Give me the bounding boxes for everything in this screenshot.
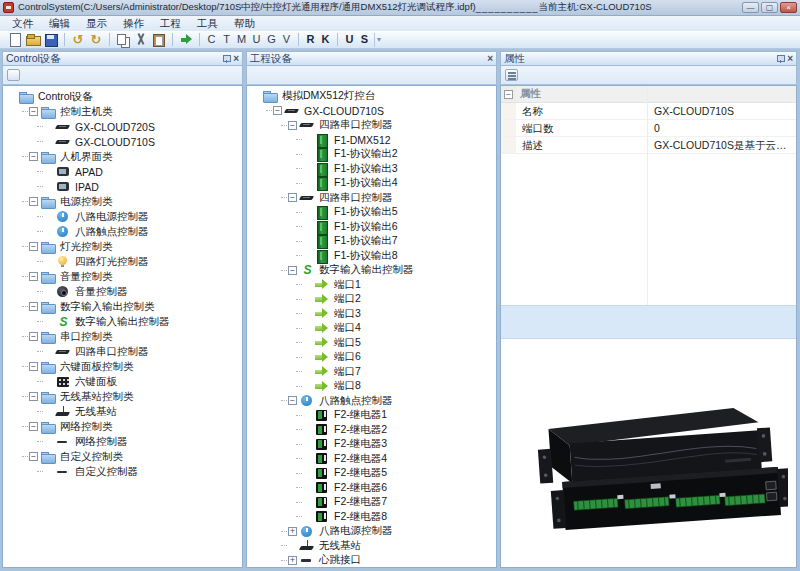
new-document-button[interactable] — [6, 32, 24, 48]
tree-item[interactable]: F2-继电器3 — [247, 437, 496, 452]
tree-item[interactable]: −四路串口控制器 — [247, 191, 496, 206]
menu-item-3[interactable]: 操作 — [115, 16, 152, 32]
toolbar-letter-v-0[interactable]: V — [279, 32, 294, 47]
tree-item[interactable]: −GX-CLOUD710S — [247, 104, 496, 119]
collapse-icon[interactable]: − — [273, 106, 282, 115]
collapse-icon[interactable]: − — [29, 452, 38, 461]
close-icon[interactable]: × — [787, 54, 793, 64]
tree-item[interactable]: 八路电源控制器 — [3, 209, 242, 224]
menu-item-4[interactable]: 工程 — [152, 16, 189, 32]
tree-item[interactable]: 端口1 — [247, 278, 496, 293]
property-value[interactable]: 0 — [647, 120, 796, 136]
tree-item[interactable]: −音量控制类 — [3, 269, 242, 284]
tree-item[interactable]: −八路触点控制器 — [247, 394, 496, 409]
menu-item-5[interactable]: 工具 — [189, 16, 226, 32]
collapse-icon[interactable]: − — [29, 422, 38, 431]
property-value[interactable]: GX-CLOUD710S — [647, 103, 796, 119]
tree-item[interactable]: −六键面板控制类 — [3, 359, 242, 374]
tree-item[interactable]: F2-继电器2 — [247, 423, 496, 438]
tree-item[interactable]: 四路灯光控制器 — [3, 254, 242, 269]
tree-item[interactable]: 自定义控制器 — [3, 464, 242, 479]
collapse-icon[interactable]: − — [29, 362, 38, 371]
collapse-icon[interactable]: − — [29, 272, 38, 281]
close-icon[interactable]: × — [487, 54, 493, 64]
toolbar-letter-u-0[interactable]: U — [249, 32, 264, 47]
tree-item[interactable]: +八路电源控制器 — [247, 524, 496, 539]
tree-item[interactable]: S数字输入输出控制器 — [3, 314, 242, 329]
property-grid-column-divider[interactable] — [647, 86, 648, 305]
tree-item[interactable]: IPAD — [3, 179, 242, 194]
tree-item[interactable]: GX-CLOUD710S — [3, 134, 242, 149]
panel-header-properties[interactable]: 属性 × — [500, 51, 797, 66]
toolbar-letter-g-0[interactable]: G — [264, 32, 279, 47]
tree-item[interactable]: 端口6 — [247, 350, 496, 365]
toolbar-letter-m-0[interactable]: M — [234, 32, 249, 47]
menu-item-0[interactable]: 文件 — [4, 16, 41, 32]
tree-item[interactable]: F1-协议输出3 — [247, 162, 496, 177]
tree-item[interactable]: 无线基站 — [3, 404, 242, 419]
close-button[interactable]: × — [780, 2, 797, 13]
toolbar-letter-k-1[interactable]: K — [318, 32, 333, 47]
tree-item[interactable]: 四路串口控制器 — [3, 344, 242, 359]
tree-item[interactable]: −网络控制类 — [3, 419, 242, 434]
tree-item[interactable]: F1-协议输出7 — [247, 234, 496, 249]
panel-header-project-devices[interactable]: 工程设备 × — [246, 51, 497, 66]
tree-item[interactable]: −S数字输入输出控制器 — [247, 263, 496, 278]
undo-button[interactable]: ↺ — [69, 32, 87, 48]
menu-item-1[interactable]: 编辑 — [41, 16, 78, 32]
panel-header-control-devices[interactable]: Control设备 × — [2, 51, 243, 66]
redo-button[interactable]: ↻ — [87, 32, 105, 48]
tree-item[interactable]: F2-继电器6 — [247, 481, 496, 496]
toolbar-letter-r-1[interactable]: R — [303, 32, 318, 47]
tree-item[interactable]: 端口2 — [247, 292, 496, 307]
collapse-icon[interactable]: − — [288, 193, 297, 202]
expand-icon[interactable]: + — [288, 527, 297, 536]
tree-item[interactable]: 端口4 — [247, 321, 496, 336]
tree-item[interactable]: 端口3 — [247, 307, 496, 322]
tree-item[interactable]: F2-继电器7 — [247, 495, 496, 510]
collapse-icon[interactable]: − — [288, 266, 297, 275]
tree-item[interactable]: −人机界面类 — [3, 149, 242, 164]
tree-item[interactable]: 音量控制器 — [3, 284, 242, 299]
tree-item[interactable]: 模拟DMX512灯控台 — [247, 89, 496, 104]
tree-item[interactable]: GX-CLOUD720S — [3, 119, 242, 134]
property-value[interactable]: GX-CLOUD710S是基于云端网络通讯... — [647, 137, 796, 153]
menu-item-2[interactable]: 显示 — [78, 16, 115, 32]
tree-item[interactable]: −控制主机类 — [3, 104, 242, 119]
collapse-icon[interactable]: − — [29, 107, 38, 116]
tree-item[interactable]: −数字输入输出控制类 — [3, 299, 242, 314]
tree-item[interactable]: 端口5 — [247, 336, 496, 351]
maximize-button[interactable]: ▢ — [761, 2, 778, 13]
paste-button[interactable] — [150, 32, 168, 48]
tree-item[interactable]: F1-协议输出6 — [247, 220, 496, 235]
tree-item[interactable]: −电源控制类 — [3, 194, 242, 209]
tree-item[interactable]: 网络控制器 — [3, 434, 242, 449]
property-row-description[interactable]: 描述 GX-CLOUD710S是基于云端网络通讯... — [501, 137, 796, 154]
tree-item[interactable]: F1-协议输出2 — [247, 147, 496, 162]
device-view-icon[interactable] — [7, 69, 20, 81]
collapse-icon[interactable]: − — [29, 302, 38, 311]
tree-item[interactable]: 无线基站 — [247, 539, 496, 554]
collapse-icon[interactable]: − — [29, 197, 38, 206]
save-button[interactable] — [42, 32, 60, 48]
tree-item[interactable]: F1-协议输出8 — [247, 249, 496, 264]
tree-item[interactable]: F1-DMX512 — [247, 133, 496, 148]
collapse-icon[interactable]: − — [504, 90, 513, 99]
tree-item[interactable]: 端口8 — [247, 379, 496, 394]
collapse-icon[interactable]: − — [29, 242, 38, 251]
tree-item[interactable]: 八路触点控制器 — [3, 224, 242, 239]
tree-item[interactable]: −串口控制类 — [3, 329, 242, 344]
categorize-icon[interactable] — [505, 69, 518, 81]
tree-item[interactable]: F1-协议输出4 — [247, 176, 496, 191]
collapse-icon[interactable]: − — [288, 396, 297, 405]
copy-button[interactable] — [114, 32, 132, 48]
tree-item[interactable]: −自定义控制类 — [3, 449, 242, 464]
toolbar-letter-s-2[interactable]: S — [357, 32, 372, 47]
minimize-button[interactable]: — — [742, 2, 759, 13]
property-group-row[interactable]: − 属性 — [501, 86, 796, 103]
tree-item[interactable]: 六键面板 — [3, 374, 242, 389]
tree-item[interactable]: Control设备 — [3, 89, 242, 104]
collapse-icon[interactable]: − — [29, 152, 38, 161]
tree-item[interactable]: F2-继电器1 — [247, 408, 496, 423]
tree-item[interactable]: −灯光控制类 — [3, 239, 242, 254]
